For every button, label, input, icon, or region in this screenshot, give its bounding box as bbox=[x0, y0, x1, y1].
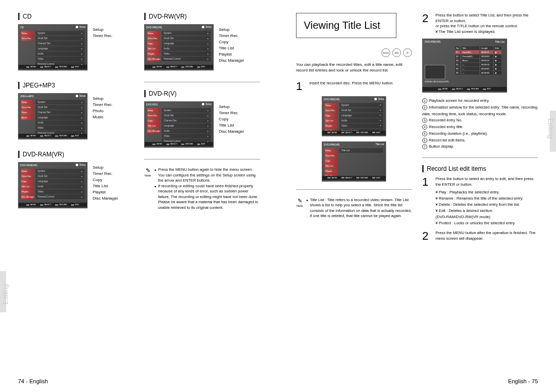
menu-item: Channel Set bbox=[36, 41, 84, 46]
screenshot-dvdram: DVD-RAM(VR) Setup Setup Timer Rec. Copy … bbox=[18, 162, 88, 208]
page-title: Viewing Title List bbox=[296, 13, 396, 38]
divider bbox=[144, 159, 260, 159]
step-number: 1 bbox=[422, 176, 431, 226]
scr-setup: Setup bbox=[76, 26, 85, 28]
disc-icons: RAM RW R bbox=[296, 48, 412, 57]
disc-icon: RW bbox=[392, 48, 401, 57]
note-text: Press the MENU button again to hide the … bbox=[154, 167, 260, 210]
scr-icon: Timer Rec. bbox=[21, 36, 34, 41]
step-number: 2 bbox=[422, 13, 431, 34]
gear-icon bbox=[202, 26, 204, 28]
note-icon: Note bbox=[144, 167, 151, 177]
page-number-left: 74 - English bbox=[18, 378, 48, 384]
step-text: Press the button to select an entry to e… bbox=[436, 176, 538, 226]
screenshot-titlelist-menu: DVD-RW(VR) Title List Setup Timer Rec. C… bbox=[322, 141, 386, 182]
module-dvdrv: DVD-R(V) Setup Setup Timer Rec. Copy Tit… bbox=[144, 101, 260, 148]
circle-3: 3 bbox=[422, 118, 427, 123]
heading-dvdrwvr: DVD-RW(VR) bbox=[144, 13, 260, 20]
side-tab-left: Editing bbox=[2, 284, 9, 305]
disc-icon: R bbox=[403, 48, 412, 57]
gear-icon bbox=[76, 95, 78, 97]
step-number: 1 bbox=[296, 81, 305, 92]
side-list-dvdrwvr: Setup Timer Rec. Copy Title List Playlis… bbox=[219, 27, 244, 64]
screenshot-dvdrwvr: DVD-RW(VR) Setup Setup Timer Rec. Copy T… bbox=[144, 24, 214, 70]
col-right-p75: 2 Press the button to select Title List,… bbox=[422, 13, 538, 246]
note-block-2: Note Title List : Title refers to a reco… bbox=[296, 198, 412, 219]
divider bbox=[422, 157, 538, 158]
gear-icon bbox=[202, 103, 204, 105]
record-step-1: 1 Press the button to select an entry to… bbox=[422, 176, 538, 226]
side-list-jpegmp3: Setup Timer Rec. Photo Music bbox=[93, 96, 113, 120]
step-1: 1 Insert the recorded disc. Press the ME… bbox=[296, 81, 412, 92]
scr-title: CD bbox=[20, 26, 24, 29]
step-2: 2 Press the button to select Title List,… bbox=[422, 13, 538, 34]
step-text: Insert the recorded disc. Press the MENU… bbox=[309, 81, 412, 92]
heading-cd: CD bbox=[18, 13, 134, 20]
circle-1: 1 bbox=[422, 98, 427, 103]
screenshot-dvdrv: DVD-R(V) Setup Setup Timer Rec. Copy Tit… bbox=[144, 101, 214, 148]
step-text: Press the button to select Title List, a… bbox=[436, 13, 538, 34]
menu-item: Language bbox=[36, 46, 84, 51]
step-number: 2 bbox=[422, 230, 431, 242]
disc-icon: RAM bbox=[381, 48, 390, 57]
menu-item: Video bbox=[36, 57, 84, 61]
gear-icon bbox=[76, 26, 78, 28]
screenshot-cd: CD Setup Setup Timer Rec. System Clock S… bbox=[18, 24, 88, 70]
module-dvdrwvr: DVD-RW(VR) Setup Setup Timer Rec. Copy T… bbox=[144, 24, 260, 70]
thumbnail bbox=[425, 65, 445, 79]
annotations: 1Playback screen for recorded entry. 2In… bbox=[422, 98, 538, 150]
right-column: DVD-RW(VR) DVD-RW(VR) Setup Setup Timer … bbox=[144, 13, 260, 220]
page-number-right: English - 75 bbox=[508, 378, 538, 384]
record-step-2: 2 Press the MENU button after the operat… bbox=[422, 230, 538, 242]
divider bbox=[296, 189, 412, 190]
heading-dvdram: DVD-RAM(VR) bbox=[18, 151, 134, 158]
left-column: CD CD Setup Setup Timer Rec. System Cloc… bbox=[18, 13, 134, 220]
circle-2: 2 bbox=[422, 105, 427, 110]
heading-jpegmp3: JPEG+MP3 bbox=[18, 82, 134, 89]
side-tab-right: Editing bbox=[547, 118, 554, 139]
note-icon: Note bbox=[296, 198, 303, 207]
note-block: Note Press the MENU button again to hide… bbox=[144, 167, 260, 210]
module-jpegmp3: JPEG+MP3 Setup Setup Timer Rec. Photo Mu… bbox=[18, 93, 134, 139]
module-cd: CD Setup Setup Timer Rec. System Clock S… bbox=[18, 24, 134, 70]
circle-4: 4 bbox=[422, 124, 427, 130]
side-list-dvdrv: Setup Timer Rec. Copy Title List Disc Ma… bbox=[219, 104, 244, 135]
circle-6: 6 bbox=[422, 138, 427, 143]
screenshot-setup-menu: DVD-RW(VR) Setup Setup Timer Rec. Copy T… bbox=[322, 96, 386, 136]
intro-text: You can playback the recorded titles, ed… bbox=[296, 62, 412, 74]
page-74: Editing CD CD Setup Setup Timer Rec. Sys… bbox=[0, 0, 278, 392]
heading-dvdrv: DVD-R(V) bbox=[144, 90, 260, 97]
side-list-cd: Setup Timer Rec. bbox=[93, 27, 113, 39]
menu-item: System bbox=[36, 31, 84, 35]
menu-item: Clock Set bbox=[36, 36, 84, 41]
gear-icon bbox=[76, 164, 78, 166]
tl-date: 02/01/01 00:23:52(1H,SP) bbox=[425, 80, 448, 83]
circle-7: 7 bbox=[422, 144, 427, 149]
screenshot-title-list: DVD-RW(VR) Title List 02/01/01 00:23:52(… bbox=[422, 39, 507, 93]
side-list-dvdram: Setup Timer Rec. Copy Title List Playlis… bbox=[93, 165, 118, 202]
circle-5: 5 bbox=[422, 131, 427, 136]
heading-record-list: Record List edit items bbox=[422, 165, 538, 172]
note-text: Title List : Title refers to a recorded … bbox=[306, 198, 412, 219]
title-table: No. Title Length Edit 01Sport(A1)00:00:2… bbox=[455, 46, 505, 75]
menu-item: Audio bbox=[36, 51, 84, 56]
page-75: Editing Viewing Title List RAM RW R You … bbox=[278, 0, 556, 392]
divider bbox=[144, 82, 260, 82]
gear-icon bbox=[374, 98, 377, 100]
step-text: Press the MENU button after the operatio… bbox=[436, 230, 538, 242]
scr-icon: Setup bbox=[21, 31, 34, 35]
screenshot-jpegmp3: JPEG+MP3 Setup Setup Timer Rec. Photo Mu… bbox=[18, 93, 88, 139]
col-left-p75: Viewing Title List RAM RW R You can play… bbox=[296, 13, 412, 246]
module-dvdram: DVD-RAM(VR) Setup Setup Timer Rec. Copy … bbox=[18, 162, 134, 208]
